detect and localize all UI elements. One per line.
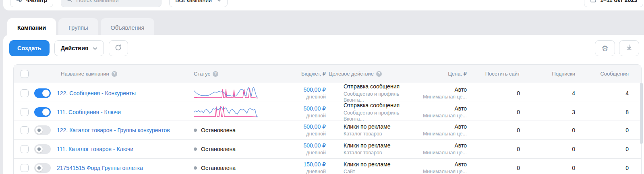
budget-value[interactable]: 500,00 ₽	[303, 142, 326, 149]
campaign-toggle[interactable]	[34, 88, 51, 98]
actions-button[interactable]: Действия	[54, 40, 104, 56]
budget-value[interactable]: 500,00 ₽	[303, 123, 326, 130]
help-icon[interactable]: ?	[376, 71, 382, 77]
target-action-sub: Сообщество и профиль Вконта...	[344, 110, 419, 122]
actions-button-label: Действия	[61, 45, 89, 51]
price-strategy: Минимальная це...	[423, 131, 467, 137]
row-checkbox[interactable]	[21, 145, 29, 153]
toggle-knob	[42, 108, 50, 116]
magnifier-icon	[66, 0, 72, 4]
create-button[interactable]: Создать	[9, 40, 50, 56]
campaign-name-link[interactable]: 122. Каталог товаров - Группы конкуренто…	[57, 127, 170, 133]
subscriptions-value: 0	[523, 146, 578, 152]
campaigns-table: Название кампании ? Статус ? Бюджет, ₽ Ц…	[13, 64, 642, 174]
refresh-icon	[114, 44, 122, 53]
messages-value: 4	[578, 90, 632, 96]
search-input[interactable]	[76, 0, 156, 3]
row-checkbox[interactable]	[21, 126, 29, 134]
visit-site-value: 0	[470, 146, 523, 152]
refresh-button[interactable]	[109, 40, 128, 56]
target-action-sub: Каталог товаров	[344, 150, 390, 156]
visit-site-value: 0	[470, 90, 523, 96]
price-value: Авто	[454, 161, 467, 168]
campaign-name-link[interactable]: 217541515 Форд Группы оплетка	[57, 165, 143, 171]
status-sparkline	[194, 86, 258, 101]
campaign-toggle[interactable]	[34, 163, 51, 173]
campaign-name-link[interactable]: 111. Каталог товаров - Ключи	[57, 146, 133, 152]
toggle-knob	[35, 145, 43, 153]
budget-value[interactable]: 500,00 ₽	[303, 105, 326, 112]
price-value: Авто	[454, 142, 467, 149]
status-dot	[194, 147, 197, 151]
tab-groups[interactable]: Группы	[58, 18, 98, 37]
budget-period: дневной	[303, 150, 326, 156]
status-dot	[194, 129, 197, 132]
budget-period: дневной	[303, 113, 326, 119]
toggle-knob	[42, 90, 50, 97]
price-strategy: Минимальная це...	[423, 94, 467, 100]
campaigns-toolbar: Создать Действия ⚙	[9, 40, 644, 56]
price-strategy: Минимальная це...	[423, 150, 467, 156]
target-action: Клики по рекламе	[344, 123, 390, 130]
header-campaign-name: Название кампании	[61, 71, 109, 77]
chevron-down-icon	[217, 0, 222, 3]
header-subscriptions: Подписки	[523, 71, 578, 77]
status-label: Остановлена	[201, 127, 236, 133]
status-sparkline	[194, 104, 258, 120]
gear-icon: ⚙	[601, 45, 608, 52]
budget-period: дневной	[303, 94, 326, 100]
filter-button[interactable]: Фильтр	[10, 0, 53, 7]
date-range-label: 1–11 окт 2023	[600, 0, 637, 3]
help-icon[interactable]: ?	[213, 71, 218, 77]
subscriptions-value: 4	[523, 90, 578, 96]
sliders-icon	[16, 0, 23, 4]
table-row: 217541515 Форд Группы оплетка Остановлен…	[14, 158, 641, 174]
campaign-toggle[interactable]	[34, 107, 51, 117]
subscriptions-value: 0	[523, 127, 578, 133]
campaign-name-link[interactable]: 111. Сообщения - Ключи	[57, 109, 121, 115]
chevron-down-icon	[93, 45, 97, 51]
budget-value[interactable]: 500,00 ₽	[303, 86, 326, 93]
campaign-toggle[interactable]	[34, 125, 51, 135]
toggle-knob	[35, 127, 43, 134]
entity-tabs: Кампании Группы Объявления	[7, 18, 154, 37]
table-row: 122. Сообщения - Конкуренты 500,00 ₽днев…	[14, 83, 641, 102]
tab-campaigns[interactable]: Кампании	[7, 18, 56, 37]
visit-site-value: 0	[470, 127, 523, 133]
price-value: Авто	[454, 123, 467, 130]
price-value: Авто	[454, 105, 467, 112]
target-action: Клики по рекламе	[344, 161, 390, 168]
header-visit-site: Посетить сайт	[470, 71, 523, 77]
select-all-checkbox[interactable]	[21, 70, 29, 78]
date-range-button[interactable]: 1–11 окт 2023	[584, 0, 643, 7]
campaign-name-link[interactable]: 122. Сообщения - Конкуренты	[57, 90, 136, 96]
campaigns-card: Создать Действия ⚙	[3, 35, 644, 174]
visit-site-value: 0	[470, 165, 523, 171]
export-button[interactable]	[619, 40, 639, 56]
messages-value: 8	[578, 109, 632, 115]
table-row: 111. Сообщения - Ключи 500,00 ₽дневной О…	[14, 102, 641, 121]
tab-ads[interactable]: Объявления	[101, 18, 155, 37]
table-settings-button[interactable]: ⚙	[595, 40, 615, 56]
row-checkbox[interactable]	[21, 89, 29, 97]
header-target-action: Целевое действие	[329, 71, 374, 77]
status-label: Остановлена	[201, 146, 236, 152]
vertical-scrollbar[interactable]	[640, 83, 643, 144]
subscriptions-value: 3	[523, 109, 578, 115]
row-checkbox[interactable]	[21, 164, 29, 172]
status-label: Остановлена	[201, 165, 236, 171]
calendar-icon	[590, 0, 596, 4]
row-checkbox[interactable]	[21, 108, 29, 116]
messages-value: 0	[578, 146, 632, 152]
header-price: Цена, ₽	[419, 71, 470, 77]
target-action-sub: Сайт	[344, 169, 390, 174]
help-icon[interactable]: ?	[112, 71, 117, 77]
campaign-toggle[interactable]	[34, 144, 51, 154]
price-strategy: Минимальная це...	[423, 169, 467, 174]
header-messages: Сообщения	[578, 71, 632, 77]
campaign-search	[61, 0, 162, 7]
messages-value: 0	[578, 165, 632, 171]
budget-value[interactable]: 150,00 ₽	[303, 161, 326, 168]
campaign-scope-dropdown[interactable]: Все кампании	[169, 0, 228, 7]
table-header-row: Название кампании ? Статус ? Бюджет, ₽ Ц…	[14, 65, 641, 83]
